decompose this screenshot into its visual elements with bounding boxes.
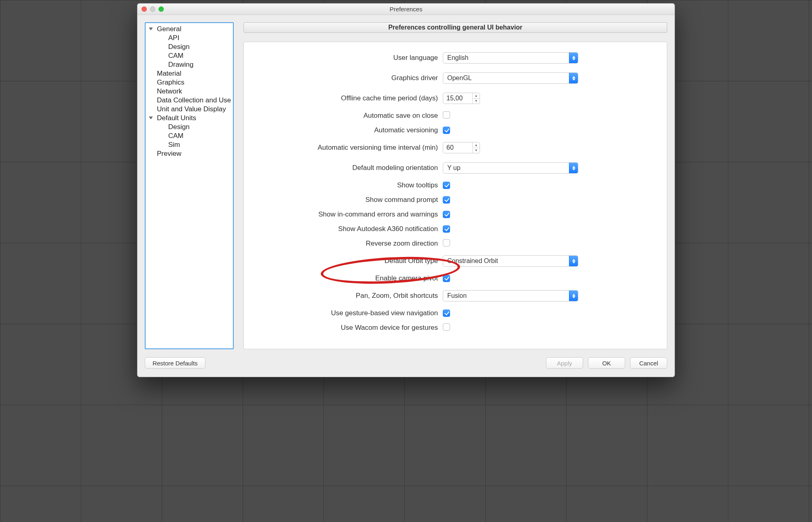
stepper-up-icon[interactable]: ▲ [473,142,480,148]
spinner-versioning-interval[interactable]: ▲ ▼ [443,142,480,153]
zoom-window-icon[interactable] [159,6,164,12]
apply-button[interactable]: Apply [546,357,583,369]
label-default-orbit: Default Orbit type [253,257,443,265]
tree-item-data-collection[interactable]: Data Collection and Use [148,96,230,105]
stepper-down-icon[interactable]: ▼ [473,148,480,153]
tree-item-graphics[interactable]: Graphics [148,78,230,87]
chevron-updown-icon [569,291,578,301]
tree-item-api[interactable]: API [148,34,230,42]
tree-item-drawing[interactable]: Drawing [148,60,230,69]
stepper-up-icon[interactable]: ▲ [473,93,480,99]
chevron-updown-icon [569,73,578,83]
checkbox-camera-pivot[interactable] [443,275,450,282]
tree-item-preview[interactable]: Preview [148,149,230,158]
chevron-updown-icon [569,163,578,173]
checkbox-wacom[interactable] [443,323,450,331]
tree-item-cam[interactable]: CAM [148,51,230,60]
select-user-language[interactable]: English [443,52,578,64]
checkbox-show-tooltips[interactable] [443,182,450,189]
close-window-icon[interactable] [142,6,147,12]
label-wacom: Use Wacom device for gestures [253,324,443,332]
tree-item-default-units[interactable]: Default Units [148,114,230,123]
select-default-orbit[interactable]: Constrained Orbit [443,255,578,267]
label-user-language: User language [253,54,443,62]
ok-button[interactable]: OK [588,357,625,369]
tree-item-general[interactable]: General [148,25,230,34]
select-graphics-driver[interactable]: OpenGL [443,72,578,84]
titlebar: Preferences [137,4,675,15]
label-show-a360: Show Autodesk A360 notification [253,225,443,233]
category-tree[interactable]: General API Design CAM Drawing Material … [145,22,234,349]
select-modeling-orientation[interactable]: Y up [443,162,578,174]
tree-item-material[interactable]: Material [148,69,230,78]
checkbox-auto-versioning[interactable] [443,127,450,134]
tree-item-du-sim[interactable]: Sim [148,140,230,149]
chevron-updown-icon [569,256,578,266]
label-show-tooltips: Show tooltips [253,181,443,189]
label-auto-versioning: Automatic versioning [253,126,443,134]
label-incmd-errors: Show in-command errors and warnings [253,210,443,219]
content-area: General API Design CAM Drawing Material … [137,15,675,352]
select-graphics-driver-value: OpenGL [447,74,472,82]
window-controls [142,6,164,12]
input-versioning-interval[interactable] [443,142,472,153]
checkbox-show-cmd-prompt[interactable] [443,196,450,204]
spinner-offline-cache[interactable]: ▲ ▼ [443,93,480,104]
label-reverse-zoom: Reverse zoom direction [253,240,443,248]
label-pzo-shortcuts: Pan, Zoom, Orbit shortcuts [253,292,443,300]
label-show-cmd-prompt: Show command prompt [253,196,443,204]
checkbox-reverse-zoom[interactable] [443,239,450,246]
tree-item-unit-value[interactable]: Unit and Value Display [148,105,230,114]
chevron-updown-icon [569,53,578,63]
label-offline-cache: Offline cache time period (days) [253,94,443,102]
tree-item-du-cam[interactable]: CAM [148,132,230,140]
label-gesture-nav: Use gesture-based view navigation [253,309,443,317]
label-graphics-driver: Graphics driver [253,74,443,82]
checkbox-incmd-errors[interactable] [443,211,450,218]
cancel-button[interactable]: Cancel [630,357,667,369]
stepper-down-icon[interactable]: ▼ [473,99,480,104]
tree-item-du-design[interactable]: Design [148,123,230,132]
dialog-footer: Restore Defaults Apply OK Cancel [137,352,675,377]
preferences-window: Preferences General API Design CAM Drawi… [137,3,675,377]
label-camera-pivot: Enable camera pivot [253,274,443,282]
checkbox-auto-save[interactable] [443,111,450,119]
tree-item-network[interactable]: Network [148,87,230,96]
restore-defaults-button[interactable]: Restore Defaults [145,357,205,369]
window-title: Preferences [137,6,675,13]
minimize-window-icon[interactable] [150,6,155,12]
checkbox-gesture-nav[interactable] [443,310,450,317]
input-offline-cache[interactable] [443,93,472,104]
label-auto-save: Automatic save on close [253,112,443,120]
label-versioning-interval: Automatic versioning time interval (min) [253,144,443,152]
select-modeling-orientation-value: Y up [447,164,461,172]
settings-panel: Preferences controlling general UI behav… [243,22,667,349]
checkbox-show-a360[interactable] [443,225,450,233]
panel-body: User language English Graphics driver Op… [243,42,667,349]
select-user-language-value: English [447,54,468,62]
label-modeling-orientation: Default modeling orientation [253,164,443,172]
tree-item-design[interactable]: Design [148,42,230,51]
select-pzo-shortcuts-value: Fusion [447,292,467,299]
panel-header: Preferences controlling general UI behav… [243,22,667,33]
select-default-orbit-value: Constrained Orbit [447,257,498,265]
select-pzo-shortcuts[interactable]: Fusion [443,290,578,301]
